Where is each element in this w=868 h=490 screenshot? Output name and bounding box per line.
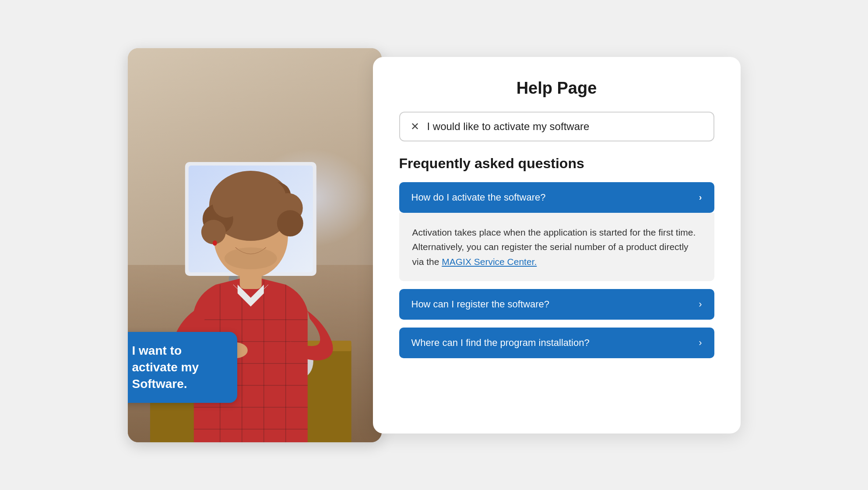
page-title: Help Page xyxy=(399,79,714,98)
chevron-icon-register: › xyxy=(699,299,702,310)
main-container: I want to activate my Software. Help Pag… xyxy=(62,31,806,460)
faq-section-title: Frequently asked questions xyxy=(399,155,714,172)
faq-section: Frequently asked questions xyxy=(399,155,714,168)
chat-bubble: I want to activate my Software. xyxy=(128,332,237,402)
faq-question-activate[interactable]: How do I activate the software? › xyxy=(399,182,714,213)
faq-question-text-activate: How do I activate the software? xyxy=(411,192,546,203)
faq-list: How do I activate the software? › Activa… xyxy=(399,182,714,367)
search-value: I would like to activate my software xyxy=(427,120,590,133)
chat-bubble-text: I want to activate my Software. xyxy=(132,344,199,391)
svg-point-34 xyxy=(212,240,217,246)
faq-item-register: How can I register the software? › xyxy=(399,289,714,328)
svg-point-23 xyxy=(224,247,277,269)
svg-point-31 xyxy=(277,210,303,236)
chevron-icon-activate: › xyxy=(699,192,702,202)
svg-point-32 xyxy=(201,220,225,244)
svg-point-33 xyxy=(215,174,285,218)
faq-question-register[interactable]: How can I register the software? › xyxy=(399,289,714,320)
search-bar[interactable]: ✕ I would like to activate my software xyxy=(399,112,714,141)
faq-question-text-install: Where can I find the program installatio… xyxy=(411,337,590,349)
faq-answer-activate: Activation takes place when the applicat… xyxy=(399,213,714,282)
photo-card: I want to activate my Software. xyxy=(128,48,382,442)
faq-item-activate: How do I activate the software? › Activa… xyxy=(399,182,714,289)
faq-item-install: Where can I find the program installatio… xyxy=(399,328,714,366)
clear-icon[interactable]: ✕ xyxy=(411,120,419,133)
faq-question-install[interactable]: Where can I find the program installatio… xyxy=(399,328,714,358)
faq-question-text-register: How can I register the software? xyxy=(411,299,549,310)
magix-service-center-link[interactable]: MAGIX Service Center. xyxy=(442,257,537,267)
chevron-icon-install: › xyxy=(699,337,702,349)
help-panel: Help Page ✕ I would like to activate my … xyxy=(373,57,741,434)
